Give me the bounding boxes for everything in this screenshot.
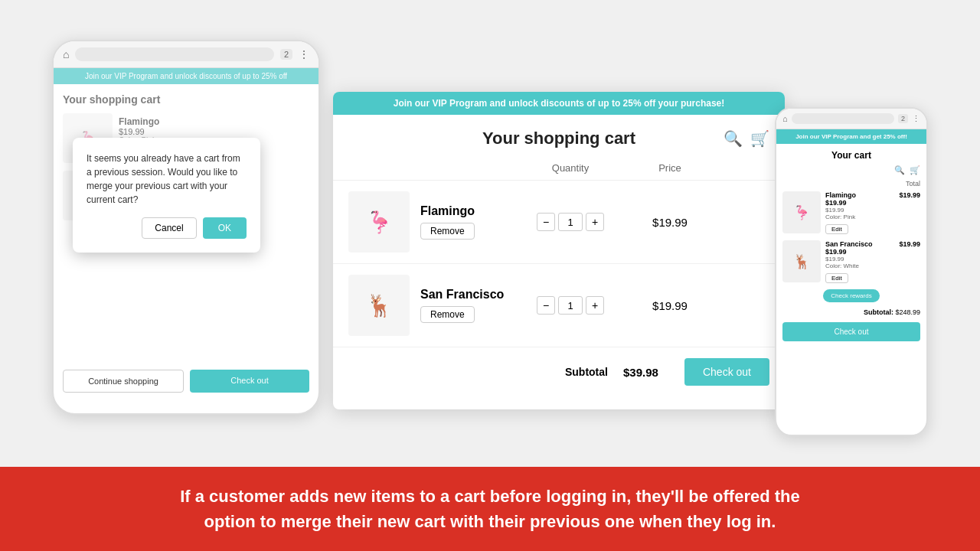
url-bar[interactable] [75, 47, 273, 61]
quantity-control-sf: − 1 + [509, 296, 632, 315]
url-bar-right[interactable] [792, 113, 894, 124]
price-header: Price [632, 162, 708, 174]
remove-button-sf[interactable]: Remove [420, 306, 475, 323]
cart-header-desktop: Your shopping cart 🔍 🛒 [333, 115, 785, 156]
mobile-device-right: ⌂ 2 ⋮ Join our VIP Program and get 25% o… [775, 107, 928, 436]
tab-badge-right: 2 [898, 114, 908, 123]
search-icon-right[interactable]: 🔍 [894, 165, 905, 175]
list-item: 🦌 San Francisco $19.99 $19.99 Color: Whi… [782, 240, 920, 283]
cart-icon[interactable]: 🛒 [750, 129, 769, 148]
browser-bar-right: ⌂ 2 ⋮ [776, 109, 926, 129]
item-left-sf: 🦌 San Francisco Remove [348, 275, 509, 336]
tab-badge: 2 [280, 49, 292, 60]
ok-button[interactable]: OK [203, 217, 247, 239]
subtotal-label-right: Subtotal: [864, 308, 893, 316]
total-label-right: Total [782, 180, 920, 187]
browser-bar-left: ⌂ 2 ⋮ [54, 41, 318, 68]
sf-image-right: 🦌 [782, 240, 821, 282]
merge-dialog: It seems you already have a cart from a … [73, 138, 260, 253]
home-icon-right[interactable]: ⌂ [782, 114, 788, 123]
table-header: Quantity Price [333, 156, 785, 181]
remove-button-flamingo[interactable]: Remove [420, 223, 475, 240]
table-row: 🦩 Flamingo Remove − 1 + $19.99 [333, 181, 785, 264]
sf-price-right: $19.99 [899, 240, 920, 248]
checkout-button-desktop[interactable]: Check out [684, 358, 769, 386]
cart-title-desktop: Your shopping cart [482, 129, 635, 148]
home-icon[interactable]: ⌂ [63, 48, 69, 60]
cart-actions-left: Continue shopping Check out [54, 360, 318, 402]
quantity-control-flamingo: − 1 + [509, 213, 632, 231]
subtotal-row-right: Subtotal: $248.99 [782, 305, 920, 319]
checkout-button-left[interactable]: Check out [190, 370, 309, 393]
flamingo-image-right: 🦩 [782, 191, 821, 233]
vip-banner-desktop: Join our VIP Program and unlock discount… [333, 92, 785, 115]
flamingo-price-desktop: $19.99 [632, 216, 708, 229]
sf-image-desktop: 🦌 [348, 275, 410, 336]
cart-title-left: Your shopping cart [63, 93, 309, 106]
qty-decrease-sf[interactable]: − [537, 296, 555, 315]
search-bar-right: 🔍 🛒 [782, 165, 920, 175]
flamingo-icon-right: 🦩 [793, 204, 810, 221]
cart-title-right: Your cart [782, 150, 920, 161]
check-rewards-button[interactable]: Check rewards [823, 289, 879, 302]
edit-button-sf-right[interactable]: Edit [825, 273, 848, 283]
subtotal-label-desktop: Subtotal [565, 366, 608, 378]
header-icons: 🔍 🛒 [724, 129, 769, 148]
qty-decrease-flamingo[interactable]: − [537, 213, 555, 231]
cart-icon-right[interactable]: 🛒 [910, 165, 920, 175]
continue-shopping-button[interactable]: Continue shopping [63, 370, 184, 393]
flamingo-image-desktop: 🦩 [348, 191, 410, 253]
cancel-button[interactable]: Cancel [142, 217, 196, 239]
dialog-buttons: Cancel OK [87, 217, 247, 239]
list-item: 🦩 Flamingo $19.99 $19.99 Color: Pink Edi… [782, 191, 920, 234]
sf-details-desktop: San Francisco Remove [420, 288, 504, 323]
bottom-text: If a customer adds new items to a cart b… [180, 484, 800, 534]
merge-dialog-message: It seems you already have a cart from a … [87, 152, 247, 207]
subtotal-value-right: $248.99 [895, 308, 920, 316]
edit-button-flamingo-right[interactable]: Edit [825, 224, 848, 234]
qty-increase-flamingo[interactable]: + [586, 213, 604, 231]
cart-footer-desktop: Subtotal $39.98 Check out [333, 347, 785, 396]
desktop-device: Join our VIP Program and unlock discount… [333, 92, 785, 409]
bottom-info-bar: If a customer adds new items to a cart b… [0, 467, 980, 551]
deer-icon-right: 🦌 [793, 253, 810, 270]
qty-value-sf: 1 [558, 296, 583, 315]
vip-banner-right: Join our VIP Program and get 25% off! [776, 129, 926, 144]
cart-content-right: Your cart 🔍 🛒 Total 🦩 Flamingo $19.99 $1… [776, 144, 926, 347]
sf-price-desktop: $19.99 [632, 299, 708, 312]
deer-icon-desktop: 🦌 [366, 293, 393, 318]
qty-value-flamingo: 1 [558, 213, 583, 231]
flamingo-info-right: Flamingo $19.99 $19.99 Color: Pink Edit [825, 191, 894, 234]
quantity-header: Quantity [509, 162, 632, 174]
menu-dots-right[interactable]: ⋮ [912, 114, 920, 124]
table-row: 🦌 San Francisco Remove − 1 + $19.99 [333, 264, 785, 347]
checkout-button-right[interactable]: Check out [782, 322, 920, 341]
flamingo-price-right: $19.99 [899, 191, 920, 199]
flamingo-details-desktop: Flamingo Remove [420, 204, 475, 240]
search-icon[interactable]: 🔍 [724, 129, 743, 148]
subtotal-value-desktop: $39.98 [623, 366, 669, 379]
vip-banner-left: Join our VIP Program and unlock discount… [54, 68, 318, 84]
sf-info-right: San Francisco $19.99 $19.99 Color: White… [825, 240, 894, 283]
flamingo-icon-desktop: 🦩 [348, 191, 410, 253]
item-left-flamingo: 🦩 Flamingo Remove [348, 191, 509, 253]
qty-increase-sf[interactable]: + [586, 296, 604, 315]
menu-dots-icon[interactable]: ⋮ [299, 48, 309, 60]
